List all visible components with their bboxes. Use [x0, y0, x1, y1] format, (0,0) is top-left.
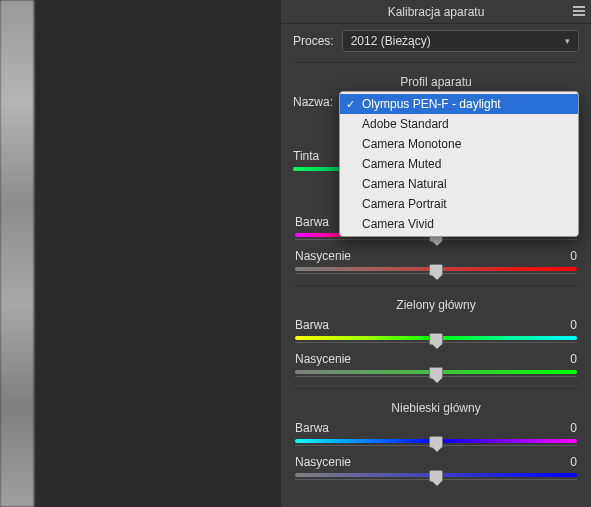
profile-section-title: Profil aparatu: [281, 67, 591, 93]
blue-sat-value: 0: [557, 455, 577, 469]
camera-calibration-panel: Kalibracja aparatu Proces: 2012 (Bieżący…: [281, 0, 591, 507]
profile-option-label: Adobe Standard: [362, 116, 449, 132]
green-hue-label: Barwa: [295, 318, 329, 332]
green-sat-value: 0: [557, 352, 577, 366]
process-select[interactable]: 2012 (Bieżący) ▾: [342, 30, 579, 52]
profile-option[interactable]: Camera Vivid: [340, 214, 578, 234]
blue-hue-value: 0: [557, 421, 577, 435]
profile-option-selected[interactable]: ✓ Olympus PEN-F - daylight: [340, 94, 578, 114]
profile-option-label: Camera Monotone: [362, 136, 461, 152]
profile-option[interactable]: Adobe Standard: [340, 114, 578, 134]
process-row: Proces: 2012 (Bieżący) ▾: [281, 24, 591, 58]
red-sat-slider[interactable]: [295, 265, 577, 275]
slider-thumb[interactable]: [429, 367, 443, 379]
profile-option-label: Camera Portrait: [362, 196, 447, 212]
green-sat-label: Nasycenie: [295, 352, 351, 366]
profile-option-label: Camera Muted: [362, 156, 441, 172]
empty-area: [34, 0, 281, 507]
blue-sat-label: Nasycenie: [295, 455, 351, 469]
green-sat-block: Nasycenie 0: [281, 350, 591, 384]
red-hue-label: Barwa: [295, 215, 329, 229]
divider: [293, 285, 579, 286]
slider-thumb[interactable]: [429, 436, 443, 448]
profile-name-label: Nazwa:: [293, 95, 333, 109]
panel-menu-icon[interactable]: [573, 4, 585, 18]
chevron-down-icon: ▾: [565, 36, 570, 46]
profile-option-label: Camera Natural: [362, 176, 447, 192]
blue-hue-block: Barwa 0: [281, 419, 591, 453]
profile-dropdown-open[interactable]: ✓ Olympus PEN-F - daylight Adobe Standar…: [339, 91, 579, 237]
profile-name-row: Nazwa: ✓ Olympus PEN-F - daylight Adobe …: [281, 93, 591, 213]
profile-option[interactable]: Camera Natural: [340, 174, 578, 194]
divider: [293, 62, 579, 63]
slider-thumb[interactable]: [429, 333, 443, 345]
red-sat-label: Nasycenie: [295, 249, 351, 263]
process-value: 2012 (Bieżący): [351, 34, 431, 48]
tinta-label: Tinta: [293, 149, 319, 163]
profile-option[interactable]: Camera Muted: [340, 154, 578, 174]
slider-thumb[interactable]: [429, 264, 443, 276]
profile-option-label: Camera Vivid: [362, 216, 434, 232]
process-label: Proces:: [293, 34, 334, 48]
red-sat-value: 0: [557, 249, 577, 263]
green-hue-value: 0: [557, 318, 577, 332]
green-sat-slider[interactable]: [295, 368, 577, 378]
check-icon: ✓: [346, 96, 355, 112]
panel-title: Kalibracja aparatu: [388, 5, 485, 19]
green-hue-slider[interactable]: [295, 334, 577, 344]
blue-hue-label: Barwa: [295, 421, 329, 435]
blue-sat-block: Nasycenie 0: [281, 453, 591, 487]
profile-option[interactable]: Camera Portrait: [340, 194, 578, 214]
green-section-title: Zielony główny: [281, 290, 591, 316]
green-hue-block: Barwa 0: [281, 316, 591, 350]
blue-section-title: Niebieski główny: [281, 393, 591, 419]
blue-hue-slider[interactable]: [295, 437, 577, 447]
red-sat-block: Nasycenie 0: [281, 247, 591, 281]
slider-thumb[interactable]: [429, 470, 443, 482]
profile-option[interactable]: Camera Monotone: [340, 134, 578, 154]
panel-header: Kalibracja aparatu: [281, 0, 591, 24]
blue-sat-slider[interactable]: [295, 471, 577, 481]
profile-option-label: Olympus PEN-F - daylight: [362, 96, 501, 112]
image-preview-strip: [0, 0, 34, 507]
divider: [293, 388, 579, 389]
